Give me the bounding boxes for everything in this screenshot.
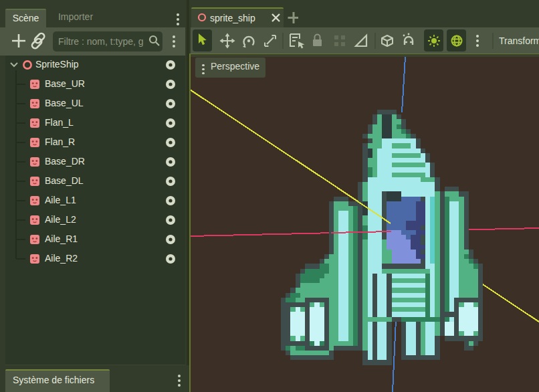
svg-text:Transform: Transform xyxy=(499,35,539,46)
